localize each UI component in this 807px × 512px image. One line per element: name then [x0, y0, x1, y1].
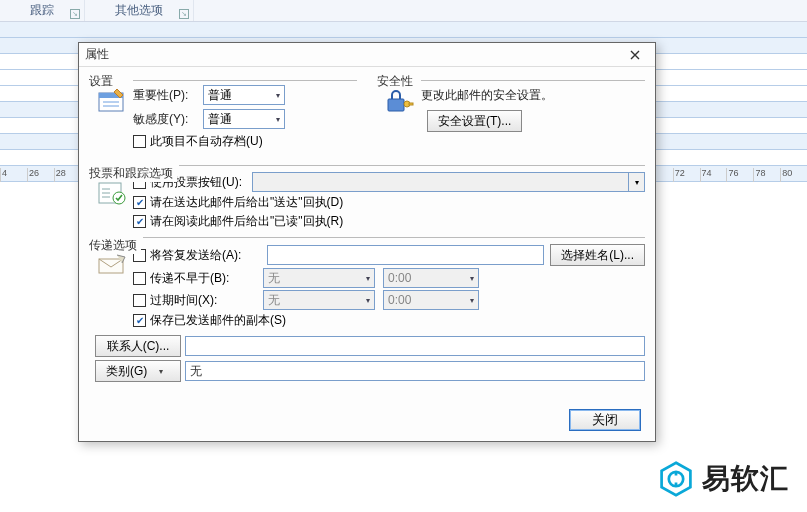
read-receipt-checkbox[interactable] — [133, 215, 146, 228]
delivery-receipt-checkbox[interactable] — [133, 196, 146, 209]
watermark-logo: 易软汇 — [658, 460, 789, 498]
voting-icon — [97, 179, 127, 207]
contacts-button[interactable]: 联系人(C)... — [95, 335, 181, 357]
voting-dropdown-icon[interactable]: ▾ — [629, 172, 645, 192]
settings-icon — [97, 87, 127, 115]
replies-to-label: 将答复发送给(A): — [150, 247, 241, 264]
expires-label: 过期时间(X): — [150, 292, 217, 309]
ribbon-group-other[interactable]: 其他选项 ↘ — [85, 0, 194, 21]
ribbon-group-track[interactable]: 跟踪 ↘ — [0, 0, 85, 21]
dialog-title: 属性 — [85, 46, 109, 63]
close-button[interactable]: 关闭 — [569, 409, 641, 431]
no-autoarchive-label: 此项目不自动存档(U) — [150, 133, 263, 150]
delivery-receipt-label: 请在送达此邮件后给出"送达"回执(D) — [150, 194, 343, 211]
replies-to-input[interactable] — [267, 245, 544, 265]
not-before-checkbox[interactable] — [133, 272, 146, 285]
ribbon-group-label: 跟踪 — [30, 2, 54, 19]
ribbon-group-label: 其他选项 — [115, 2, 163, 19]
properties-dialog: 属性 设置 重要性(P): 普通▾ 敏感度(Y): 普通▾ — [78, 42, 656, 442]
sensitivity-label: 敏感度(Y): — [133, 111, 203, 128]
expires-checkbox[interactable] — [133, 294, 146, 307]
dialog-launcher-icon[interactable]: ↘ — [70, 9, 80, 19]
select-names-button[interactable]: 选择姓名(L)... — [550, 244, 645, 266]
close-icon[interactable] — [621, 45, 649, 65]
security-desc: 更改此邮件的安全设置。 — [421, 87, 645, 104]
expires-date-select[interactable]: 无▾ — [263, 290, 375, 310]
watermark-text: 易软汇 — [702, 460, 789, 498]
dialog-launcher-icon[interactable]: ↘ — [179, 9, 189, 19]
importance-label: 重要性(P): — [133, 87, 203, 104]
contacts-input[interactable] — [185, 336, 645, 356]
categories-value: 无 — [185, 361, 645, 381]
not-before-time-select[interactable]: 0:00▾ — [383, 268, 479, 288]
security-icon — [385, 87, 415, 115]
svg-rect-2 — [388, 99, 404, 111]
svg-rect-4 — [409, 103, 413, 105]
read-receipt-label: 请在阅读此邮件后给出"已读"回执(R) — [150, 213, 343, 230]
categories-button[interactable]: 类别(G) — [95, 360, 181, 382]
expires-time-select[interactable]: 0:00▾ — [383, 290, 479, 310]
not-before-date-select[interactable]: 无▾ — [263, 268, 375, 288]
security-settings-button[interactable]: 安全设置(T)... — [427, 110, 522, 132]
importance-select[interactable]: 普通▾ — [203, 85, 285, 105]
delivery-icon — [97, 251, 127, 279]
voting-options-input[interactable] — [252, 172, 629, 192]
save-copy-checkbox[interactable] — [133, 314, 146, 327]
sensitivity-select[interactable]: 普通▾ — [203, 109, 285, 129]
not-before-label: 传递不早于(B): — [150, 270, 229, 287]
dialog-titlebar: 属性 — [79, 43, 655, 67]
no-autoarchive-checkbox[interactable] — [133, 135, 146, 148]
save-copy-label: 保存已发送邮件的副本(S) — [150, 312, 286, 329]
ribbon: 跟踪 ↘ 其他选项 ↘ — [0, 0, 807, 22]
